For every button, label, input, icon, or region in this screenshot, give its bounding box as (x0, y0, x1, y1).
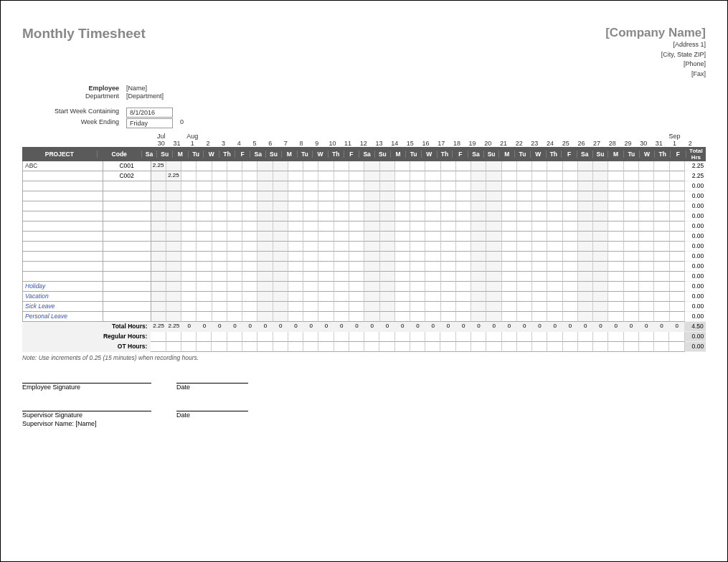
hours-cell[interactable] (425, 262, 440, 272)
hours-cell[interactable] (227, 262, 242, 272)
hours-cell[interactable] (318, 201, 334, 211)
hours-cell[interactable] (380, 211, 395, 222)
hours-cell[interactable] (624, 222, 639, 232)
hours-cell[interactable] (547, 242, 562, 252)
project-name-cell[interactable] (22, 252, 103, 262)
hours-cell[interactable] (242, 232, 257, 242)
hours-cell[interactable] (334, 181, 349, 191)
hours-cell[interactable] (547, 222, 562, 232)
hours-cell[interactable] (456, 171, 471, 181)
hours-cell[interactable] (410, 201, 425, 211)
hours-cell[interactable] (334, 272, 349, 282)
hours-cell[interactable] (425, 272, 440, 282)
code-cell[interactable]: C002 (103, 171, 151, 181)
hours-cell[interactable] (273, 252, 288, 262)
totals-cell[interactable] (547, 342, 562, 352)
hours-cell[interactable] (578, 201, 593, 211)
hours-cell[interactable] (212, 232, 227, 242)
hours-cell[interactable] (547, 262, 562, 272)
hours-cell[interactable] (502, 272, 517, 282)
hours-cell[interactable] (288, 242, 303, 252)
hours-cell[interactable] (303, 232, 318, 242)
hours-cell[interactable] (502, 262, 517, 272)
hours-cell[interactable] (624, 161, 639, 171)
hours-cell[interactable] (181, 302, 197, 312)
hours-cell[interactable] (624, 292, 639, 302)
hours-cell[interactable] (380, 252, 395, 262)
hours-cell[interactable] (380, 161, 395, 171)
hours-cell[interactable] (441, 201, 456, 211)
totals-cell[interactable] (654, 342, 669, 352)
hours-cell[interactable] (547, 272, 562, 282)
hours-cell[interactable] (334, 191, 349, 201)
hours-cell[interactable] (517, 292, 532, 302)
hours-cell[interactable] (181, 161, 197, 171)
hours-cell[interactable] (151, 211, 166, 222)
hours-cell[interactable] (303, 302, 318, 312)
hours-cell[interactable] (456, 302, 471, 312)
hours-cell[interactable] (639, 191, 654, 201)
totals-cell[interactable] (395, 342, 410, 352)
hours-cell[interactable] (563, 292, 578, 302)
hours-cell[interactable] (425, 191, 440, 201)
hours-cell[interactable] (227, 252, 242, 262)
hours-cell[interactable] (181, 171, 197, 181)
hours-cell[interactable] (349, 262, 364, 272)
hours-cell[interactable] (547, 191, 562, 201)
code-cell[interactable] (103, 211, 151, 222)
hours-cell[interactable] (227, 232, 242, 242)
hours-cell[interactable] (456, 222, 471, 232)
hours-cell[interactable] (303, 222, 318, 232)
hours-cell[interactable] (578, 242, 593, 252)
totals-cell[interactable] (471, 342, 486, 352)
hours-cell[interactable] (166, 312, 181, 322)
hours-cell[interactable] (532, 262, 547, 272)
hours-cell[interactable] (395, 232, 410, 242)
hours-cell[interactable] (670, 272, 685, 282)
hours-cell[interactable] (608, 201, 623, 211)
code-cell[interactable] (103, 312, 151, 322)
hours-cell[interactable] (288, 292, 303, 302)
totals-cell[interactable] (563, 342, 578, 352)
hours-cell[interactable] (532, 161, 547, 171)
hours-cell[interactable] (303, 262, 318, 272)
hours-cell[interactable] (273, 292, 288, 302)
hours-cell[interactable] (227, 211, 242, 222)
hours-cell[interactable] (578, 191, 593, 201)
hours-cell[interactable] (166, 242, 181, 252)
hours-cell[interactable] (197, 191, 212, 201)
hours-cell[interactable] (593, 312, 608, 322)
hours-cell[interactable] (303, 242, 318, 252)
totals-cell[interactable] (303, 342, 318, 352)
hours-cell[interactable] (486, 201, 501, 211)
hours-cell[interactable] (593, 232, 608, 242)
hours-cell[interactable] (624, 262, 639, 272)
totals-cell[interactable] (181, 332, 197, 342)
hours-cell[interactable] (670, 211, 685, 222)
hours-cell[interactable] (502, 242, 517, 252)
hours-cell[interactable] (593, 282, 608, 292)
hours-cell[interactable] (670, 171, 685, 181)
hours-cell[interactable] (273, 302, 288, 312)
hours-cell[interactable] (410, 232, 425, 242)
hours-cell[interactable] (318, 242, 334, 252)
totals-cell[interactable] (334, 342, 349, 352)
hours-cell[interactable] (654, 222, 669, 232)
hours-cell[interactable] (486, 161, 501, 171)
hours-cell[interactable] (242, 171, 257, 181)
totals-cell[interactable] (669, 342, 684, 352)
hours-cell[interactable] (608, 161, 623, 171)
hours-cell[interactable] (639, 242, 654, 252)
hours-cell[interactable] (639, 181, 654, 191)
hours-cell[interactable] (166, 222, 181, 232)
hours-cell[interactable] (197, 262, 212, 272)
totals-cell[interactable] (318, 332, 334, 342)
hours-cell[interactable] (349, 181, 364, 191)
hours-cell[interactable] (532, 211, 547, 222)
hours-cell[interactable] (364, 161, 379, 171)
hours-cell[interactable] (441, 222, 456, 232)
hours-cell[interactable] (593, 262, 608, 272)
hours-cell[interactable] (318, 222, 334, 232)
hours-cell[interactable] (334, 242, 349, 252)
hours-cell[interactable] (242, 292, 257, 302)
